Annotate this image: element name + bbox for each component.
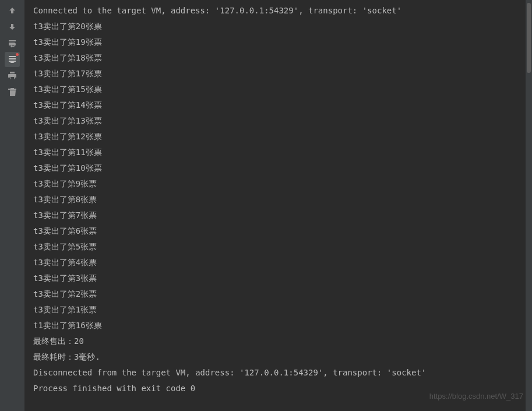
console-line: t3卖出了第12张票 [33,129,523,145]
console-line: Connected to the target VM, address: '12… [33,3,523,19]
console-line: t3卖出了第13张票 [33,113,523,129]
console-line: t3卖出了第4张票 [33,255,523,271]
console-line: t3卖出了第10张票 [33,160,523,176]
console-line: t3卖出了第6张票 [33,223,523,239]
console-line: 最终售出：20 [33,333,523,349]
console-line: t3卖出了第3张票 [33,271,523,286]
console-line: 最终耗时：3毫秒. [33,349,523,365]
arrow-up-icon[interactable] [5,3,20,18]
scrollbar-track[interactable] [526,0,532,411]
arrow-down-icon[interactable] [5,19,20,34]
console-line: t3卖出了第8张票 [33,192,523,208]
console-line: Disconnected from the target VM, address… [33,365,523,381]
console-line: t3卖出了第19张票 [33,34,523,50]
console-line: t3卖出了第20张票 [33,19,523,34]
trash-icon[interactable] [5,85,20,100]
console-line: t3卖出了第5张票 [33,239,523,255]
print-icon[interactable] [5,68,20,83]
console-area: Connected to the target VM, address: '12… [24,0,532,411]
console-line: t3卖出了第9张票 [33,176,523,192]
console-line: t3卖出了第1张票 [33,302,523,318]
console-line: t1卖出了第16张票 [33,318,523,333]
console-line: t3卖出了第15张票 [33,82,523,97]
scrollbar-thumb[interactable] [527,3,531,73]
console-line: t3卖出了第11张票 [33,145,523,160]
sidebar [0,0,24,411]
console-output[interactable]: Connected to the target VM, address: '12… [24,0,532,399]
watermark: https://blog.csdn.net/W_317 [429,392,523,401]
console-line: t3卖出了第17张票 [33,66,523,82]
console-line: t3卖出了第18张票 [33,50,523,66]
console-line: t3卖出了第7张票 [33,208,523,223]
soft-wrap-icon[interactable] [5,36,20,51]
console-line: t3卖出了第14张票 [33,97,523,113]
console-line: t3卖出了第2张票 [33,286,523,302]
scroll-to-end-icon[interactable] [5,52,20,67]
